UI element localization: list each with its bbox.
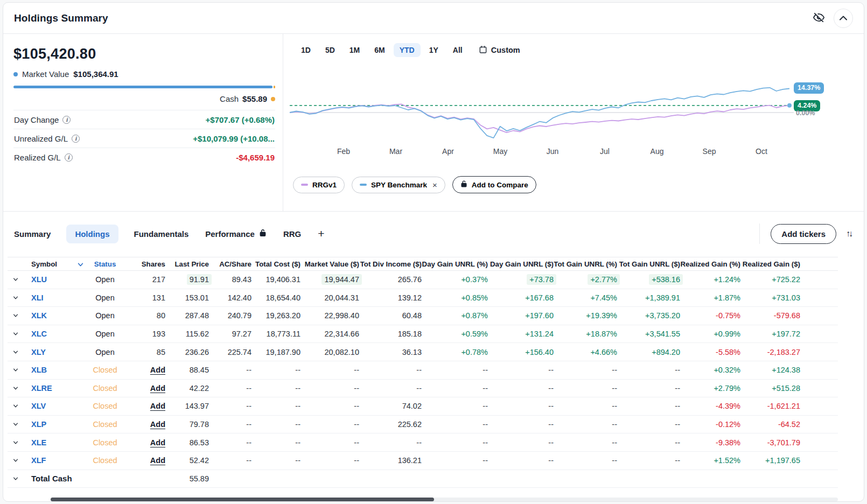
column-header-tot_div[interactable]: Tot Div Income ($) [359,260,422,268]
cell-status: Open [81,330,129,338]
range-button-ytd[interactable]: YTD [394,43,421,57]
symbol-link[interactable]: XLRE [24,384,52,393]
add-shares-link[interactable]: Add [150,402,165,410]
symbol-link[interactable]: XLY [24,348,46,356]
column-header-shares[interactable]: Shares [129,260,165,268]
info-icon[interactable] [62,116,71,124]
symbol-link[interactable]: XLK [24,311,47,320]
range-button-all[interactable]: All [453,46,463,54]
row-expand-chevron-icon[interactable] [8,314,24,317]
column-header-last_price[interactable]: Last Price [165,260,209,268]
column-header-ac_share[interactable]: AC/Share [209,260,251,268]
tab-rrg[interactable]: RRG [283,229,301,239]
column-header-total_cost[interactable]: Total Cost ($) [251,260,300,268]
value-tot_pct: +2.77% [588,274,620,285]
column-header-tot_usd[interactable]: Tot Gain UNRL ($) [617,260,680,268]
column-header-day_usd[interactable]: Day Gain UNRL ($) [488,260,554,268]
column-header-rlz_usd[interactable]: Realized Gain ($) [740,260,800,268]
add-shares-link[interactable]: Add [150,420,165,429]
value-shares: 217 [152,275,165,284]
custom-range-button[interactable]: Custom [479,45,520,55]
column-header-status[interactable]: Status [81,260,129,268]
row-expand-chevron-icon[interactable] [8,387,24,390]
add-shares-link[interactable]: Add [150,456,165,465]
row-expand-chevron-icon[interactable] [8,423,24,426]
row-expand-chevron-icon[interactable] [8,278,24,281]
range-button-6m[interactable]: 6M [374,46,384,54]
symbol-link[interactable]: XLI [24,293,44,302]
hide-values-button[interactable] [813,11,825,25]
legend-chip-rrgv1[interactable]: RRGv1 [293,177,345,193]
cell-day_usd: -- [488,366,554,374]
value-total_cost: 19,263.20 [265,311,300,320]
row-expand-chevron-icon[interactable] [8,441,24,444]
row-expand-chevron-icon[interactable] [8,477,24,480]
cell-tot_usd: -- [617,402,680,410]
value-market_value: -- [354,420,359,429]
cell-rlz_usd: -3,701.79 [740,438,800,447]
cell-total_cost: -- [251,420,300,429]
add-to-compare-button[interactable]: Add to Compare [452,176,536,193]
cell-status: Closed [81,456,129,465]
range-button-1y[interactable]: 1Y [429,46,438,54]
cell-rlz_pct: +0.32% [680,366,740,374]
tab-performance[interactable]: Performance [205,229,267,239]
column-header-tot_pct[interactable]: Tot Gain UNRL (%) [554,260,617,268]
column-header-rlz_pct[interactable]: Realized Gain (%) [680,260,740,268]
toolbar-divider [759,223,760,244]
cell-last_price: 236.26 [165,348,209,356]
info-icon[interactable] [72,135,80,143]
cell-status: Open [81,293,129,302]
info-icon[interactable] [65,153,73,162]
collapse-panel-button[interactable] [834,9,853,28]
remove-series-icon[interactable]: × [432,180,437,190]
symbol-link[interactable]: XLE [24,438,46,447]
column-header-day_pct[interactable]: Day Gain UNRL (%) [422,260,488,268]
value-tot_pct: -- [612,420,617,429]
cell-market_value: 22,314.66 [300,330,359,338]
table-row-xlv: XLVClosedAdd143.97------74.02---------4.… [8,397,838,416]
add-shares-link[interactable]: Add [150,384,165,393]
symbol-link[interactable]: XLC [24,330,47,338]
performance-chart[interactable]: 14.37% 4.24% 0.00% FebMarAprMayJunJulAug… [283,61,864,169]
range-button-1d[interactable]: 1D [301,46,311,54]
value-day_usd: +156.40 [525,348,554,356]
cell-status: Closed [81,366,129,374]
range-button-5d[interactable]: 5D [325,46,335,54]
cell-day_usd: +197.60 [488,311,554,320]
column-header-symbol[interactable]: Symbol [24,260,81,268]
symbol-link[interactable]: XLV [24,402,46,410]
sort-icon[interactable]: ↑↓ [846,229,853,239]
row-expand-chevron-icon[interactable] [8,332,24,335]
legend-chip-spy-benchmark[interactable]: SPY Benchmark× [352,177,445,193]
tab-add-button[interactable]: + [318,227,324,240]
cell-rlz_pct: +2.79% [680,384,740,393]
add-shares-link[interactable]: Add [150,438,165,447]
horizontal-scrollbar-track[interactable] [51,498,838,501]
cell-ac_share: 97.27 [209,330,251,338]
tab-summary[interactable]: Summary [14,229,51,239]
tab-fundamentals[interactable]: Fundamentals [134,229,189,239]
row-expand-chevron-icon[interactable] [8,459,24,462]
horizontal-scrollbar-thumb[interactable] [51,498,434,501]
row-expand-chevron-icon[interactable] [8,296,24,299]
tab-holdings[interactable]: Holdings [66,225,118,243]
add-tickers-button[interactable]: Add tickers [771,224,836,244]
symbol-link[interactable]: XLF [24,456,46,465]
cell-day_pct: +0.87% [422,311,488,320]
value-tot_div: 139.12 [398,293,422,302]
cell-rlz_pct: -4.39% [680,402,740,410]
symbol-link[interactable]: XLP [24,420,46,429]
value-market_value: 20,044.31 [324,293,359,302]
symbol-link[interactable]: XLB [24,366,47,374]
value-tot_usd: +1,389.91 [645,293,680,302]
column-header-market_value[interactable]: Market Value ($) [300,260,359,268]
symbol-link[interactable]: XLU [24,275,47,284]
row-expand-chevron-icon[interactable] [8,368,24,372]
row-expand-chevron-icon[interactable] [8,404,24,408]
value-rlz_usd: -1,621.21 [767,402,800,410]
range-button-1m[interactable]: 1M [349,46,360,54]
add-shares-link[interactable]: Add [150,366,165,374]
row-expand-chevron-icon[interactable] [8,351,24,354]
value-day_usd: -- [548,402,554,410]
